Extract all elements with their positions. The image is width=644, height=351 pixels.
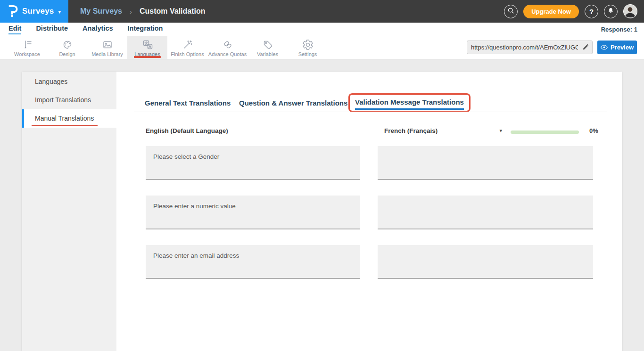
languages-icon xyxy=(142,39,153,50)
toolbar-finish-options-button[interactable]: Finish Options xyxy=(167,36,207,59)
chevron-down-icon: ▾ xyxy=(58,9,61,15)
app-title: Surveys xyxy=(22,7,54,16)
user-avatar[interactable] xyxy=(623,4,637,18)
image-icon xyxy=(102,39,113,50)
toolbar-label: Workspace xyxy=(14,51,40,57)
eye-icon xyxy=(601,45,608,50)
sidebar-item-manual-translations[interactable]: Manual Translations xyxy=(22,109,116,128)
palette-icon xyxy=(62,39,73,50)
tab-general-text-translations[interactable]: General Text Translations xyxy=(145,99,231,107)
survey-url-field[interactable]: https://questionpro.com/t/AEmOxZiUGC xyxy=(467,41,593,54)
edit-toolbar: Workspace Design Media Library xyxy=(0,36,644,59)
toolbar-variables-button[interactable]: Variables xyxy=(248,36,288,59)
tab-integration[interactable]: Integration xyxy=(128,24,163,34)
french-translation-input-1[interactable] xyxy=(378,146,593,180)
sidebar-item-languages[interactable]: Languages xyxy=(22,73,116,91)
tab-edit[interactable]: Edit xyxy=(8,24,21,34)
toolbar-design-button[interactable]: Design xyxy=(47,36,87,59)
target-language-label: French (Français) xyxy=(384,127,438,134)
toolbar-label: Media Library xyxy=(91,51,123,57)
workspace-icon xyxy=(22,39,33,50)
questionpro-logo-icon xyxy=(8,3,18,19)
manual-translations-content: General Text Translations Question & Ans… xyxy=(116,72,622,351)
toolbar-settings-button[interactable]: Settings xyxy=(288,36,328,59)
translations-sidebar: Languages Import Translations Manual Tra… xyxy=(22,72,116,351)
tab-distribute[interactable]: Distribute xyxy=(36,24,68,34)
toolbar-media-library-button[interactable]: Media Library xyxy=(87,36,127,59)
bell-icon xyxy=(607,7,614,16)
response-count[interactable]: Response: 1 xyxy=(601,26,637,33)
help-button[interactable]: ? xyxy=(585,5,598,18)
annotation-underline-languages xyxy=(134,56,161,58)
languages-panel: Languages Import Translations Manual Tra… xyxy=(22,72,622,351)
toolbar-advance-quotas-button[interactable]: Advance Quotas xyxy=(207,36,248,59)
breadcrumb-separator: › xyxy=(130,8,132,16)
survey-nav: Edit Distribute Analytics Integration Re… xyxy=(0,23,644,36)
translation-progress-bar xyxy=(511,131,579,134)
breadcrumb-current-survey: Custom Validation xyxy=(140,7,206,16)
toolbar-label: Advance Quotas xyxy=(208,51,247,57)
surveys-menu-button[interactable]: Surveys ▾ xyxy=(0,0,68,23)
edit-url-button[interactable] xyxy=(578,41,592,54)
toolbar-label: Finish Options xyxy=(171,51,204,57)
annotation-box-validation-tab: Validation Message Translations xyxy=(348,93,471,112)
tab-question-answer-translations[interactable]: Question & Answer Translations xyxy=(239,99,347,107)
sidebar-item-label: Manual Translations xyxy=(35,114,94,122)
chain-links-icon xyxy=(222,39,233,50)
tab-validation-message-translations[interactable]: Validation Message Translations xyxy=(355,98,464,110)
breadcrumb-my-surveys[interactable]: My Surveys xyxy=(80,7,122,16)
source-language-header: English (Default Language) xyxy=(146,127,228,134)
english-text-row-1: Please select a Gender xyxy=(146,146,360,180)
toolbar-languages-button[interactable]: Languages xyxy=(127,36,167,59)
upgrade-now-button[interactable]: Upgrade Now xyxy=(523,5,579,18)
french-translation-input-2[interactable] xyxy=(378,196,593,229)
toolbar-workspace-button[interactable]: Workspace xyxy=(7,36,47,59)
question-mark-icon: ? xyxy=(589,8,594,16)
magic-wand-icon xyxy=(182,39,193,50)
notifications-button[interactable] xyxy=(604,5,618,18)
chevron-down-icon: ▾ xyxy=(499,128,502,134)
french-translation-input-3[interactable] xyxy=(378,245,593,279)
breadcrumb: My Surveys › Custom Validation xyxy=(80,7,206,16)
sidebar-item-import-translations[interactable]: Import Translations xyxy=(22,91,116,109)
tabs-divider xyxy=(134,112,607,112)
toolbar-label: Variables xyxy=(257,51,278,57)
preview-label: Preview xyxy=(611,44,634,51)
toolbar-label: Design xyxy=(59,51,75,57)
survey-url-value: https://questionpro.com/t/AEmOxZiUGC xyxy=(467,44,578,51)
tab-analytics[interactable]: Analytics xyxy=(83,24,113,34)
translation-progress-percent: 0% xyxy=(589,127,598,134)
search-icon xyxy=(507,7,514,16)
gear-icon xyxy=(302,39,314,50)
target-language-dropdown[interactable]: French (Français) ▾ xyxy=(384,127,502,134)
english-text-row-2: Please enter a numeric value xyxy=(146,196,360,229)
annotation-underline-manual-translations xyxy=(32,125,98,127)
tag-icon xyxy=(262,39,273,50)
english-text-row-3: Please enter an email address xyxy=(146,245,360,279)
header-actions: Upgrade Now ? xyxy=(504,0,637,23)
search-button[interactable] xyxy=(504,5,518,18)
app-header: Surveys ▾ My Surveys › Custom Validation… xyxy=(0,0,644,23)
pencil-icon xyxy=(582,44,589,51)
preview-button[interactable]: Preview xyxy=(597,41,637,54)
toolbar-label: Settings xyxy=(298,51,317,57)
